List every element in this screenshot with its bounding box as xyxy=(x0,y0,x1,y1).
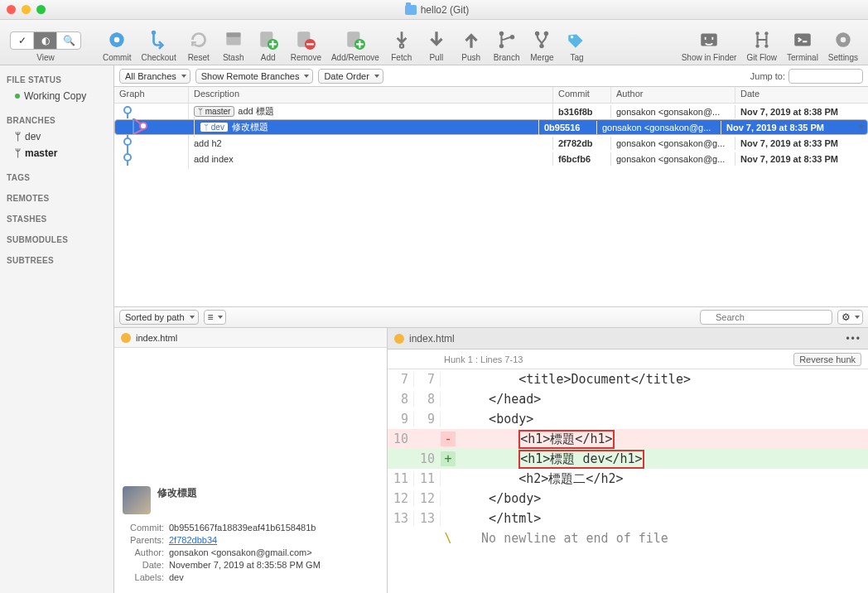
window-title: hello2 (Git) xyxy=(421,4,470,16)
main-toolbar: ✓ ◐ 🔍 View Commit Checkout Reset Stash A… xyxy=(0,20,868,65)
merge-button[interactable]: Merge xyxy=(524,23,559,62)
svg-rect-25 xyxy=(794,33,811,46)
sidebar-heading-tags[interactable]: TAGS xyxy=(7,173,113,182)
settings-button[interactable]: Settings xyxy=(823,23,863,62)
modified-file-icon xyxy=(394,334,404,344)
hunk-label: Hunk 1 : Lines 7-13 xyxy=(444,354,523,364)
reverse-hunk-button[interactable]: Reverse hunk xyxy=(793,353,861,366)
git-flow-button[interactable]: Git Flow xyxy=(741,23,782,62)
commit-author: gonsakon <gonsakon@gmail.com> xyxy=(169,547,312,557)
sidebar-heading-branches: BRANCHES xyxy=(7,116,113,125)
branch-icon: ᛘ xyxy=(15,131,21,142)
sidebar-heading-subtrees[interactable]: SUBTREES xyxy=(7,256,113,265)
add-button[interactable]: Add xyxy=(251,23,286,62)
sidebar-heading-stashes[interactable]: STASHES xyxy=(7,215,113,224)
add-remove-button[interactable]: Add/Remove xyxy=(326,23,384,62)
status-dot-icon xyxy=(15,94,20,99)
diff-code[interactable]: 77 <title>Document</title>88 </head>99 <… xyxy=(388,369,868,593)
svg-point-21 xyxy=(755,31,759,35)
view-segmented[interactable]: ✓ ◐ 🔍 View xyxy=(5,23,86,62)
filter-bar: All Branches Show Remote Branches Date O… xyxy=(114,65,868,87)
svg-point-18 xyxy=(540,43,544,47)
sidebar-item-working-copy[interactable]: Working Copy xyxy=(7,88,113,104)
svg-rect-4 xyxy=(226,32,240,36)
view-label: View xyxy=(36,53,55,62)
push-button[interactable]: Push xyxy=(454,23,489,62)
author-avatar xyxy=(123,486,151,514)
commit-hash: 0b9551667fa18839eaf41b6158481b xyxy=(169,523,316,533)
folder-icon xyxy=(405,5,417,15)
sidebar-heading-remotes[interactable]: REMOTES xyxy=(7,194,113,203)
tag-button[interactable]: Tag xyxy=(559,23,594,62)
minimize-window-button[interactable] xyxy=(22,5,31,14)
commit-row[interactable]: ᛘ dev修改標題0b95516gonsakon <gonsakon@g...N… xyxy=(114,119,868,135)
svg-point-35 xyxy=(124,138,131,145)
commit-list: Graph Description Commit Author Date ᛘ m… xyxy=(114,87,868,306)
commit-message: 修改標題 xyxy=(157,486,197,500)
branch-icon: ᛘ xyxy=(15,147,21,159)
file-list-pane: index.html 修改標題 Commit:0b9551667fa18839e… xyxy=(114,328,388,593)
svg-point-27 xyxy=(841,36,846,42)
close-window-button[interactable] xyxy=(7,5,16,14)
svg-point-37 xyxy=(124,154,131,161)
terminal-button[interactable]: Terminal xyxy=(782,23,823,62)
commit-details: 修改標題 Commit:0b9551667fa18839eaf41b615848… xyxy=(114,478,387,593)
sidebar-branch-master[interactable]: ᛘ master xyxy=(7,145,113,162)
svg-rect-3 xyxy=(226,36,240,45)
svg-point-24 xyxy=(764,44,768,47)
checkout-button[interactable]: Checkout xyxy=(136,23,181,62)
show-in-finder-button[interactable]: Show in Finder xyxy=(677,23,742,62)
sidebar-heading-submodules[interactable]: SUBMODULES xyxy=(7,235,113,244)
commit-row[interactable]: add h22f782dbgonsakon <gonsakon@g...Nov … xyxy=(114,135,868,151)
col-author-header[interactable]: Author xyxy=(611,87,735,103)
col-graph-header[interactable]: Graph xyxy=(114,87,189,103)
stash-button[interactable]: Stash xyxy=(216,23,251,62)
svg-line-33 xyxy=(133,129,143,134)
hunk-header: Hunk 1 : Lines 7-13 Reverse hunk xyxy=(388,350,868,369)
sidebar-heading-filestatus: FILE STATUS xyxy=(7,75,113,84)
traffic-lights xyxy=(7,5,46,14)
svg-point-13 xyxy=(499,31,503,35)
svg-point-19 xyxy=(571,36,573,38)
reset-button[interactable]: Reset xyxy=(181,23,216,62)
diff-more-icon[interactable]: ••• xyxy=(846,333,861,345)
search-input[interactable] xyxy=(700,310,832,325)
svg-rect-9 xyxy=(306,43,314,45)
svg-point-17 xyxy=(544,31,548,35)
sidebar-branch-dev[interactable]: ᛘ dev xyxy=(7,128,113,145)
commit-button[interactable]: Commit xyxy=(98,23,136,62)
svg-point-23 xyxy=(755,44,759,47)
sorted-by-select[interactable]: Sorted by path xyxy=(119,310,199,325)
parent-hash-link[interactable]: 2f782dbb34 xyxy=(169,535,217,545)
col-commit-header[interactable]: Commit xyxy=(553,87,611,103)
col-desc-header[interactable]: Description xyxy=(189,87,553,103)
zoom-window-button[interactable] xyxy=(36,5,46,14)
diff-options-menu[interactable]: ⚙ xyxy=(837,310,863,325)
view-commit-icon[interactable]: ✓ xyxy=(11,32,34,49)
commit-labels: dev xyxy=(169,572,184,582)
svg-point-14 xyxy=(499,43,503,47)
view-history-icon[interactable]: ◐ xyxy=(34,32,57,49)
commit-row[interactable]: ᛘ masteradd 標題b316f8bgonsakon <gonsakon@… xyxy=(114,104,868,119)
remove-button[interactable]: Remove xyxy=(286,23,326,62)
view-search-icon[interactable]: 🔍 xyxy=(57,32,80,49)
date-order-select[interactable]: Date Order xyxy=(318,69,383,84)
window-titlebar: hello2 (Git) xyxy=(0,0,868,20)
svg-point-16 xyxy=(535,31,539,35)
bottom-panel: Sorted by path ≡ ⚙ index.html 修改標題 Commi… xyxy=(114,306,868,593)
jump-to-input[interactable] xyxy=(788,69,863,84)
all-branches-select[interactable]: All Branches xyxy=(119,69,190,84)
branch-button[interactable]: Branch xyxy=(489,23,525,62)
col-date-header[interactable]: Date xyxy=(735,87,868,103)
file-name: index.html xyxy=(136,333,177,343)
svg-point-1 xyxy=(114,36,120,42)
pull-button[interactable]: Pull xyxy=(419,23,454,62)
file-item[interactable]: index.html xyxy=(114,328,387,348)
commit-row[interactable]: add indexf6bcfb6gonsakon <gonsakon@g...N… xyxy=(114,151,868,166)
svg-point-32 xyxy=(140,123,147,129)
show-remote-select[interactable]: Show Remote Branches xyxy=(195,69,314,84)
table-header: Graph Description Commit Author Date xyxy=(114,87,868,104)
sidebar: FILE STATUS Working Copy BRANCHES ᛘ dev … xyxy=(0,65,114,593)
fetch-button[interactable]: Fetch xyxy=(384,23,419,62)
list-view-toggle[interactable]: ≡ xyxy=(204,310,226,325)
